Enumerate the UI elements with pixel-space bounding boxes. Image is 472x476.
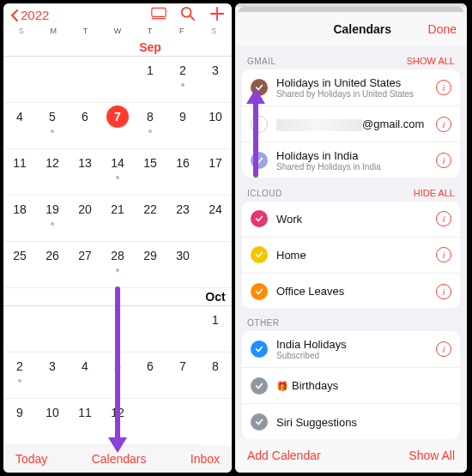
info-icon[interactable]: i <box>436 284 451 299</box>
info-icon[interactable]: i <box>436 341 451 357</box>
redacted-email <box>276 119 362 131</box>
day-cell[interactable]: 28 <box>101 242 134 288</box>
gift-icon: 🎁 <box>276 381 288 391</box>
gmail-card: Holidays in United StatesShared by Holid… <box>242 69 460 177</box>
day-cell[interactable]: 9 <box>166 103 199 149</box>
day-cell[interactable]: 26 <box>36 242 69 288</box>
calendar-month-screen: 2022 SMTWTFS Sep 1 2 3 4 5 6 7 8 9 10 11… <box>3 3 232 473</box>
day-cell[interactable]: 12 <box>101 399 134 445</box>
day-cell[interactable]: 11 <box>69 399 101 445</box>
day-cell[interactable]: 19 <box>36 196 69 242</box>
footer-show-all[interactable]: Show All <box>408 449 455 462</box>
day-cell[interactable]: 21 <box>101 196 134 242</box>
day-cell[interactable]: 2 <box>166 57 199 103</box>
calendar-row[interactable]: Siri Suggestions <box>242 404 460 438</box>
day-cell[interactable]: 1 <box>134 57 166 103</box>
checkmark-empty-icon[interactable] <box>251 116 268 133</box>
day-cell[interactable]: 27 <box>69 242 101 288</box>
back-button[interactable]: 2022 <box>10 8 49 22</box>
day-cell[interactable]: 18 <box>3 196 36 242</box>
checkmark-icon[interactable] <box>251 413 268 431</box>
day-cell[interactable]: 8 <box>134 103 166 149</box>
day-cell[interactable]: 5 <box>36 103 69 149</box>
info-icon[interactable]: i <box>436 117 451 132</box>
calendar-row[interactable]: 🎁Birthdays <box>242 368 460 404</box>
checkmark-icon[interactable] <box>251 283 268 300</box>
day-cell[interactable]: 1 <box>199 306 232 352</box>
checkmark-icon[interactable] <box>251 210 268 227</box>
other-section-label: OTHER <box>247 318 280 328</box>
today-button[interactable]: Today <box>15 452 47 466</box>
day-cell[interactable]: 24 <box>199 196 232 242</box>
calendar-row[interactable]: Holidays in United StatesShared by Holid… <box>242 69 460 106</box>
checkmark-icon[interactable] <box>251 246 268 263</box>
calendars-button[interactable]: Calendars <box>92 452 147 466</box>
day-cell[interactable]: 8 <box>199 352 232 399</box>
day-cell[interactable]: 14 <box>101 149 134 196</box>
calendar-row[interactable]: @gmail.com i <box>242 106 460 142</box>
day-cell[interactable]: 7 <box>166 352 199 399</box>
day-cell[interactable]: 2 <box>3 352 36 399</box>
calendar-row[interactable]: Work i <box>242 202 460 238</box>
day-cell[interactable]: 9 <box>3 399 36 445</box>
list-view-icon[interactable] <box>151 6 166 25</box>
checkmark-icon[interactable] <box>251 377 268 395</box>
info-icon[interactable]: i <box>436 80 451 95</box>
inbox-button[interactable]: Inbox <box>191 452 220 466</box>
sheet-header: Calendars Done <box>235 12 467 45</box>
gmail-show-all[interactable]: SHOW ALL <box>407 56 455 66</box>
day-cell[interactable]: 4 <box>3 103 36 149</box>
day-cell[interactable]: 17 <box>199 149 232 196</box>
day-cell-today[interactable]: 7 <box>101 103 134 149</box>
day-cell[interactable]: 16 <box>166 149 199 196</box>
calendar-row[interactable]: Holidays in IndiaShared by Holidays in I… <box>242 142 460 177</box>
checkmark-icon[interactable] <box>251 79 268 96</box>
other-card: India HolidaysSubscribed i 🎁Birthdays Si… <box>242 331 460 438</box>
day-cell[interactable]: 23 <box>166 196 199 242</box>
add-calendar-button[interactable]: Add Calendar <box>247 449 321 462</box>
day-cell[interactable]: 30 <box>166 242 199 288</box>
day-cell[interactable]: 6 <box>134 352 166 399</box>
day-cell[interactable]: 12 <box>36 149 69 196</box>
month-label-sep: Sep <box>134 39 166 56</box>
calendar-row[interactable]: Home i <box>242 238 460 274</box>
checkmark-icon[interactable] <box>251 340 268 358</box>
weekday-header: SMTWTFS <box>3 27 232 39</box>
info-icon[interactable]: i <box>436 211 451 226</box>
search-icon[interactable] <box>180 6 196 25</box>
day-cell[interactable]: 25 <box>3 242 36 288</box>
info-icon[interactable]: i <box>436 247 451 262</box>
icloud-hide-all[interactable]: HIDE ALL <box>414 188 455 198</box>
chevron-left-icon <box>10 9 19 21</box>
sheet-title: Calendars <box>297 22 428 36</box>
month-label-oct: Oct <box>199 288 232 305</box>
month-grid-oct: 1 2 3 4 5 6 7 8 9 10 11 12 <box>3 305 232 445</box>
day-cell[interactable]: 20 <box>69 196 101 242</box>
day-cell[interactable]: 5 <box>101 352 134 399</box>
bottom-toolbar: Today Calendars Inbox <box>3 445 232 473</box>
calendar-row[interactable]: Office Leaves i <box>242 274 460 308</box>
day-cell[interactable]: 11 <box>3 149 36 196</box>
add-event-icon[interactable] <box>209 6 225 25</box>
svg-line-3 <box>191 15 195 20</box>
checkmark-icon[interactable] <box>251 152 268 169</box>
day-cell[interactable]: 4 <box>69 352 101 399</box>
info-icon[interactable]: i <box>436 153 451 168</box>
day-cell[interactable]: 3 <box>36 352 69 399</box>
day-cell[interactable]: 22 <box>134 196 166 242</box>
day-cell[interactable]: 29 <box>134 242 166 288</box>
calendars-settings-sheet: Calendars Done GMAILSHOW ALL Holidays in… <box>235 3 467 473</box>
done-button[interactable]: Done <box>428 22 457 36</box>
icloud-card: Work i Home i Office Leaves i <box>242 202 460 308</box>
calendar-row[interactable]: India HolidaysSubscribed i <box>242 331 460 368</box>
sheet-footer: Add Calendar Show All <box>235 439 467 473</box>
day-cell[interactable]: 15 <box>134 149 166 196</box>
day-cell[interactable]: 13 <box>69 149 101 196</box>
icloud-section-label: ICLOUD <box>247 189 282 198</box>
day-cell[interactable]: 6 <box>69 103 101 149</box>
gmail-section-label: GMAIL <box>247 57 276 66</box>
day-cell[interactable]: 10 <box>199 103 232 149</box>
day-cell[interactable]: 3 <box>199 57 232 103</box>
day-cell[interactable]: 10 <box>36 399 69 445</box>
month-grid-sep: 1 2 3 4 5 6 7 8 9 10 11 12 13 14 15 16 1… <box>3 56 232 288</box>
